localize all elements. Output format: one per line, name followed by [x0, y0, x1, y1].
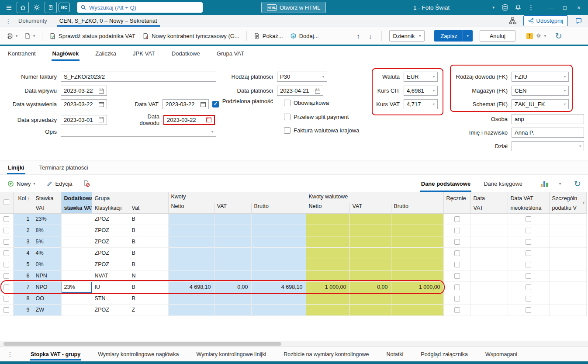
checkbox-obowiazkowa[interactable]: Obowiązkowa	[284, 100, 329, 106]
tab-podglad-zalacznika[interactable]: Podgląd załącznika	[420, 347, 469, 362]
select-all-header[interactable]	[0, 192, 13, 213]
grid-row[interactable]: 8OOSTNB	[0, 293, 586, 304]
grid-row[interactable]: 123%ZPOZB	[0, 213, 586, 225]
data-vat-nieokreslona-checkbox[interactable]	[526, 262, 531, 267]
recznie-checkbox[interactable]	[454, 250, 460, 256]
recznie-checkbox[interactable]	[454, 239, 460, 245]
validation-settings-button[interactable]: ! ▾	[524, 31, 548, 41]
scroll-left-icon[interactable]: ‹	[583, 198, 585, 206]
data-vat-nieokreslona-checkbox[interactable]	[526, 307, 531, 313]
settings-gear-icon[interactable]	[31, 2, 43, 13]
tab-naglowek[interactable]: Nagłówek	[52, 46, 80, 61]
col-header-recznie[interactable]: Ręcznie	[443, 192, 470, 213]
show-button[interactable]: Pokaż...	[252, 31, 285, 41]
row-select-checkbox[interactable]	[3, 296, 9, 302]
view-dane-podstawowe[interactable]: Dane podstawowe	[420, 176, 471, 192]
tab-dokumenty[interactable]: Dokumenty	[18, 17, 47, 24]
new-temp-contractor-button[interactable]: Nowy kontrahent tymczasowy (G...	[140, 31, 242, 41]
journal-book-icon[interactable]	[45, 2, 57, 13]
save-button[interactable]: Zapisz ▾	[434, 30, 472, 42]
horizontal-scrollbar[interactable]	[0, 341, 588, 347]
grid-refresh-button[interactable]: ↻	[572, 179, 583, 189]
grid-row[interactable]: 44%ZPOZB	[0, 247, 586, 259]
tab-dodatkowe[interactable]: Dodatkowe	[171, 46, 201, 61]
chat-icon[interactable]	[573, 16, 584, 26]
numer-faktury-input[interactable]: S_FZKO/2023/2	[61, 72, 216, 82]
magazyn-fk-select[interactable]: CEN	[512, 86, 569, 96]
grid-row[interactable]: 9ZWZPOZZ	[0, 304, 586, 315]
bottom-tabs-overflow-icon[interactable]: ⋮	[6, 351, 14, 358]
view-dane-ksiegowe[interactable]: Dane księgowe	[483, 176, 523, 192]
data-vat-nieokreslona-checkbox[interactable]	[526, 250, 531, 256]
dzial-select[interactable]	[512, 141, 584, 151]
grid-row[interactable]: 7NPO23%IUB4 698,100,004 698,101 000,000,…	[0, 281, 586, 293]
faktura-walutowa-checkbox[interactable]	[284, 127, 291, 134]
data-vat-nieokreslona-checkbox[interactable]	[526, 284, 531, 290]
tab-linijki[interactable]: Linijki	[7, 161, 25, 174]
tab-wymiary-linijki[interactable]: Wymiary kontrolingowe linijki	[196, 347, 267, 362]
recznie-checkbox[interactable]	[454, 273, 460, 279]
recznie-checkbox[interactable]	[454, 262, 460, 267]
col-header-dodatkowa-stawka-vat[interactable]: Dodatkowastawka VAT	[61, 192, 92, 213]
data-dowodu-input[interactable]: 2023-03-22	[163, 115, 215, 125]
global-search[interactable]	[77, 2, 203, 13]
data-vat-nieokreslona-checkbox[interactable]	[526, 216, 531, 222]
recznie-checkbox[interactable]	[454, 307, 460, 313]
waluta-select[interactable]: EUR	[404, 72, 438, 82]
notifications-bell-icon[interactable]	[512, 2, 524, 13]
col-header-brutto[interactable]: Brutto	[251, 203, 306, 213]
data-vat-nieokreslona-checkbox[interactable]	[526, 273, 531, 279]
next-record-button[interactable]: ↓	[364, 31, 377, 41]
opis-input[interactable]	[61, 127, 216, 137]
grid-row[interactable]: 28%ZPOZB	[0, 225, 586, 236]
col-header-data-vat[interactable]: DataVAT	[470, 192, 508, 213]
scrollbar-thumb[interactable]	[3, 342, 281, 346]
add-button[interactable]: Dodaj...	[288, 31, 321, 41]
checkbox-faktura-walutowa[interactable]: Faktura walutowa krajowa	[284, 127, 359, 134]
grid-row[interactable]: 6NPNNVATN	[0, 270, 586, 281]
window-minimize-button[interactable]: —	[544, 2, 557, 13]
tab-zaliczka[interactable]: Zaliczka	[94, 46, 117, 61]
tab-terminarz-platnosci[interactable]: Terminarz płatności	[38, 161, 89, 174]
tab-grupa-vat[interactable]: Grupa VAT	[216, 46, 245, 61]
company-selector[interactable]: 1 - Foto Świat ▾	[394, 2, 498, 13]
tab-active-document[interactable]: CEN, S_FZKO, 0 – Nowy – Sekretariat	[57, 15, 160, 27]
col-header-netto[interactable]: Netto	[168, 203, 214, 213]
cancel-button[interactable]: Anuluj	[480, 30, 515, 42]
tab-jpk-vat[interactable]: JPK VAT	[132, 46, 156, 61]
sitemap-icon[interactable]	[508, 16, 518, 26]
previous-record-button[interactable]: ↑	[353, 31, 365, 41]
data-vat-checkbox[interactable]	[212, 101, 219, 107]
recznie-checkbox[interactable]	[454, 284, 460, 290]
kurs-vat-input[interactable]: 4,717	[404, 99, 438, 109]
row-select-checkbox[interactable]	[3, 216, 9, 222]
rodzaj-platnosci-select[interactable]: P30	[277, 72, 327, 82]
data-vat-input[interactable]: 2023-03-22	[163, 99, 209, 109]
row-select-checkbox[interactable]	[3, 239, 9, 245]
tab-wymiary-naglowka[interactable]: Wymiary kontrolingowe nagłówka	[97, 347, 180, 362]
new-line-button[interactable]: Nowy ▾	[5, 179, 38, 189]
checkbox-przelew-split[interactable]: Przelew split payment	[284, 114, 349, 120]
chart-icon[interactable]	[541, 180, 548, 187]
tab-overflow-icon[interactable]: ⋮	[4, 17, 12, 24]
home-icon[interactable]	[17, 2, 29, 13]
tab-wspomaganie[interactable]: Wspomagani	[484, 347, 518, 362]
col-header-kol[interactable]: Kol ↑	[13, 192, 33, 213]
journal-dropdown[interactable]: Dziennik ▾	[389, 30, 425, 42]
grid-row[interactable]: 35%ZPOZB	[0, 236, 586, 247]
window-close-button[interactable]: ×	[572, 2, 585, 13]
open-in-html-button[interactable]: HTML Otwórz w HTML	[261, 2, 326, 13]
col-header-grupa-klasyfikacji[interactable]: GrupaKlasyfikacji	[92, 192, 129, 213]
data-sprzedazy-input[interactable]: 2023-03-01	[61, 115, 107, 125]
data-vat-nieokreslona-checkbox[interactable]	[526, 296, 531, 302]
tab-notatki[interactable]: Notatki	[385, 347, 404, 362]
bc-badge[interactable]: BC	[59, 3, 70, 12]
print-button[interactable]: ▾	[4, 31, 20, 41]
col-header-szczegolne[interactable]: Szczególnpodatku V ‹	[549, 192, 586, 213]
database-backup-icon[interactable]	[499, 2, 511, 13]
kebab-menu-icon[interactable]: ⋮	[525, 2, 537, 13]
row-select-checkbox[interactable]	[3, 228, 9, 233]
row-select-checkbox[interactable]	[3, 307, 9, 313]
tab-stopka-vat-grupy[interactable]: Stopka VAT - grupy	[30, 347, 81, 362]
col-header-stawka-vat[interactable]: StawkaVAT	[33, 192, 61, 213]
